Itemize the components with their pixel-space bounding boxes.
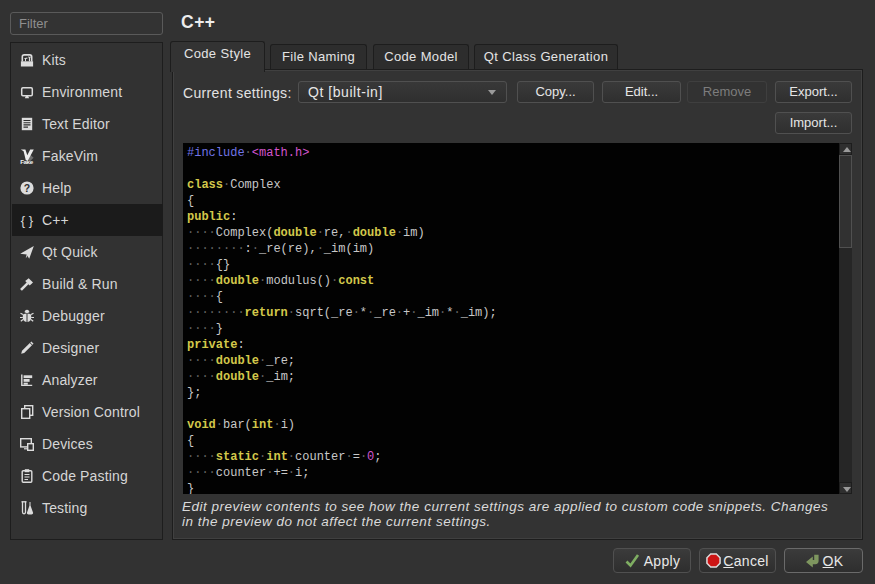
svg-text:{ }: { } (21, 213, 34, 228)
svg-text:Fake: Fake (20, 158, 33, 164)
svg-text:?: ? (24, 182, 30, 194)
